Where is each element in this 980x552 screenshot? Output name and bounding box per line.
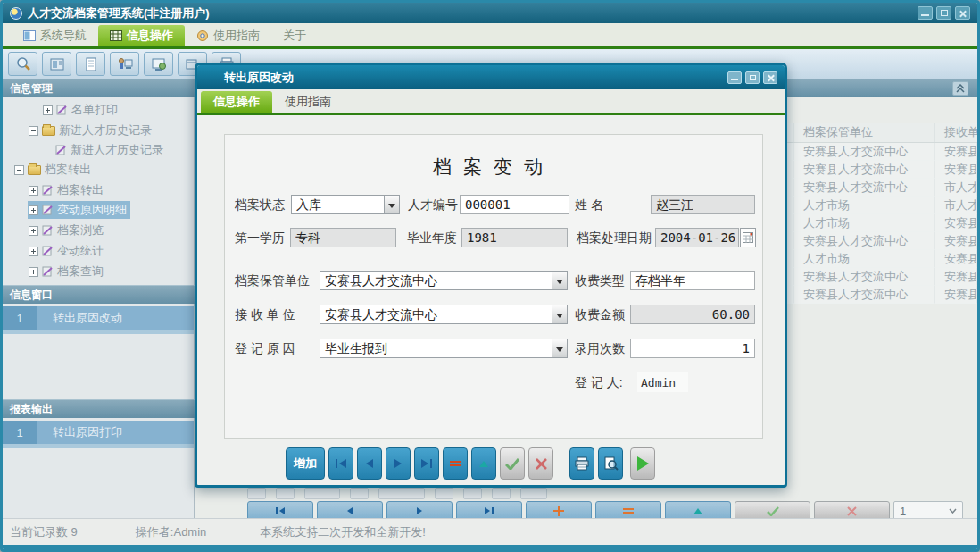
close-button[interactable] (955, 6, 970, 20)
tree-item-archive-transfer-folder[interactable]: 档案转出 (3, 161, 95, 179)
dialog-tab-info-operation[interactable]: 信息操作 (201, 91, 272, 113)
document-button[interactable] (76, 52, 105, 76)
preview-icon (602, 456, 619, 471)
window-list-button[interactable] (42, 52, 71, 76)
edit-record-button[interactable] (471, 447, 496, 480)
x-icon (536, 458, 547, 470)
tree-item-archive-browse[interactable]: 档案浏览 (3, 222, 107, 239)
folder-icon (28, 165, 41, 175)
sidebar-header-info-mgmt: 信息管理 (3, 79, 195, 97)
dialog-minimize-button[interactable] (727, 71, 742, 84)
equals-icon (623, 508, 634, 514)
talent-id-label: 人才编号 (408, 195, 458, 214)
dropdown-arrow-button[interactable] (552, 305, 567, 323)
item-label: 转出原因改动 (37, 306, 194, 330)
dialog-close-button[interactable] (763, 71, 777, 84)
list-strip (3, 444, 194, 448)
dialog-button-bar: 增加 (286, 447, 659, 480)
expand-icon[interactable] (29, 186, 38, 196)
folder-icon (42, 126, 55, 136)
col-header-keeper[interactable]: 档案保管单位 (794, 123, 935, 142)
tree-item-list-print[interactable]: 名单打印 (3, 101, 121, 119)
report-leaf-icon (42, 266, 54, 277)
status-label: 档案状态 (235, 195, 285, 214)
collapse-icon[interactable] (14, 165, 24, 175)
tab-about[interactable]: 关于 (271, 25, 318, 46)
talent-id-input[interactable]: 000001 (460, 195, 569, 214)
item-index: 1 (3, 306, 37, 330)
dropdown-arrow-button[interactable] (384, 196, 399, 213)
expand-icon[interactable] (29, 247, 38, 256)
dropdown-arrow-button[interactable] (552, 339, 567, 357)
registrar-label: 登 记 人: (575, 372, 623, 392)
dialog-tab-user-guide[interactable]: 使用指南 (272, 91, 344, 113)
cancel-button[interactable] (528, 447, 553, 480)
restore-button[interactable] (936, 6, 951, 20)
fee-amount-field: 60.00 (630, 305, 755, 324)
app-window: 人才交流档案管理系统(非注册用户) 系统导航 信息操作 使用指南 关于 (0, 0, 980, 552)
tab-system-nav[interactable]: 系统导航 (12, 25, 98, 46)
reason-select[interactable]: 毕业生报到 (320, 339, 568, 358)
calendar-button[interactable] (740, 228, 756, 247)
expand-icon[interactable] (43, 105, 53, 115)
panel-collapse-button[interactable] (952, 81, 968, 96)
fee-type-input[interactable]: 存档半年 (630, 271, 755, 290)
check-icon (767, 506, 779, 516)
tree-item-archive-transfer[interactable]: 档案转出 (3, 181, 107, 199)
next-record-button[interactable] (386, 447, 411, 480)
app-logo-icon (10, 7, 22, 20)
run-button[interactable] (630, 447, 655, 480)
dialog-tab-underline (197, 113, 785, 115)
sidebar: 信息管理 名单打印 新进人才历史记录 新进人才历史记录 (3, 79, 195, 518)
chevron-down-icon (388, 204, 395, 208)
status-select[interactable]: 入库 (291, 195, 400, 214)
check-icon (505, 458, 519, 470)
delete-record-button[interactable] (443, 447, 468, 480)
monitor-globe-button[interactable] (144, 52, 173, 76)
collapse-icon[interactable] (29, 126, 38, 136)
tree-item-archive-query[interactable]: 档案查询 (3, 263, 107, 280)
keeper-select[interactable]: 安赛县人才交流中心 (320, 271, 568, 290)
dialog-titlebar: 转出原因改动 (197, 65, 785, 89)
col-header-receiver[interactable]: 接收单位 (935, 123, 977, 142)
tab-user-guide[interactable]: 使用指南 (185, 25, 271, 46)
dialog-restore-button[interactable] (745, 71, 760, 84)
tree-item-new-talent-folder[interactable]: 新进人才历史记录 (3, 121, 155, 139)
confirm-button[interactable] (500, 447, 525, 480)
tree-item-change-statistics[interactable]: 变动统计 (3, 242, 107, 260)
prev-record-button[interactable] (357, 447, 382, 480)
add-button[interactable]: 增加 (286, 447, 325, 480)
info-window-item[interactable]: 1 转出原因改动 (3, 306, 194, 330)
dropdown-arrow-button[interactable] (552, 272, 567, 289)
print-button[interactable] (569, 447, 594, 480)
report-leaf-icon (42, 246, 54, 256)
registrar-value: Admin (637, 372, 688, 392)
report-output-item[interactable]: 1 转出原因打印 (3, 421, 194, 444)
expand-icon[interactable] (29, 205, 38, 215)
first-record-button[interactable] (328, 447, 353, 480)
tree-item-new-talent-history[interactable]: 新进人才历史记录 (3, 141, 167, 159)
tree-item-change-reason-detail[interactable]: 变动原因明细 (3, 201, 130, 219)
chevron-up-icon (956, 84, 965, 93)
sidebar-header-info-window: 信息窗口 (3, 285, 195, 304)
report-leaf-icon (42, 185, 54, 196)
hire-count-label: 录用次数 (575, 339, 625, 358)
preview-button[interactable] (598, 447, 623, 480)
last-record-button[interactable] (414, 447, 439, 480)
window-list-icon (48, 56, 66, 72)
grid-icon (110, 30, 122, 41)
chevron-down-icon (556, 347, 563, 352)
fee-amount-label: 收费金额 (575, 305, 625, 324)
tab-info-operation[interactable]: 信息操作 (98, 25, 185, 46)
equals-icon (450, 461, 461, 466)
expand-icon[interactable] (29, 226, 38, 236)
triangle-up-icon (693, 508, 702, 514)
receiver-select[interactable]: 安赛县人才交流中心 (320, 305, 568, 324)
expand-icon[interactable] (29, 267, 38, 277)
hire-count-input[interactable]: 1 (630, 339, 755, 358)
search-button[interactable] (8, 52, 37, 76)
user-workstation-button[interactable] (110, 52, 139, 76)
minimize-button[interactable] (918, 6, 933, 20)
window-title: 人才交流档案管理系统(非注册用户) (28, 5, 210, 21)
fee-type-label: 收费类型 (575, 271, 625, 290)
